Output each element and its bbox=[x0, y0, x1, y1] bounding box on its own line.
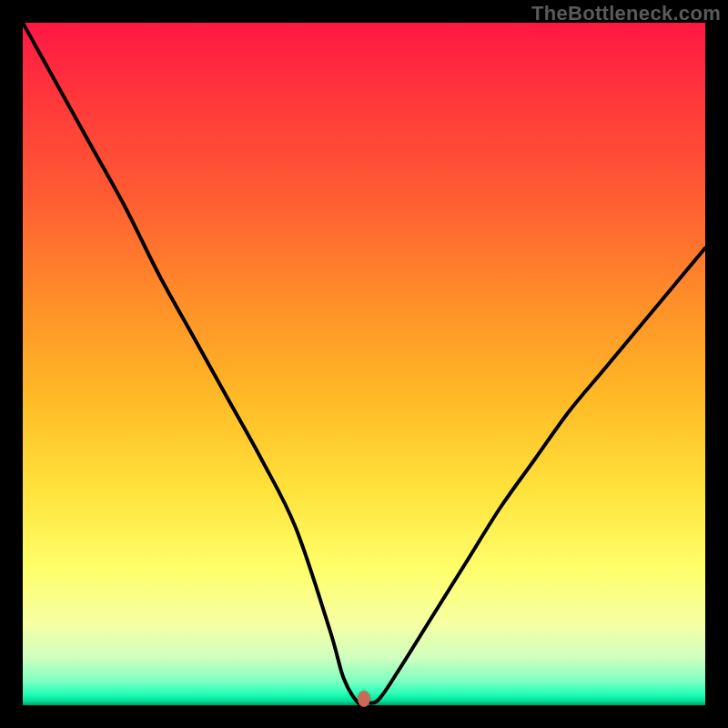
watermark-text: TheBottleneck.com bbox=[531, 2, 721, 25]
bottleneck-curve bbox=[23, 23, 705, 705]
chart-frame: TheBottleneck.com bbox=[0, 0, 728, 728]
